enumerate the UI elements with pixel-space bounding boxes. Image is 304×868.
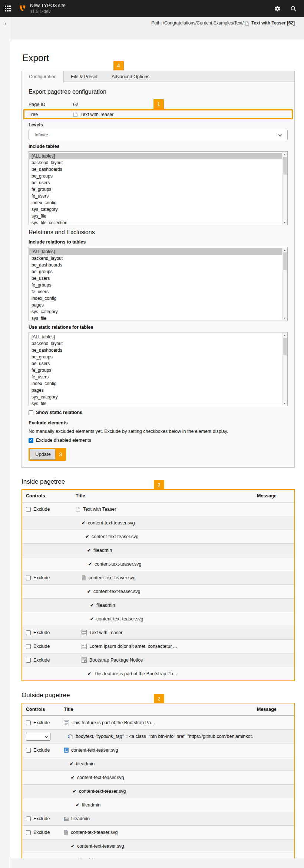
table-option[interactable]: sys_category: [29, 308, 282, 315]
table-option[interactable]: be_users: [29, 275, 282, 282]
levels-selected-value: Infinite: [34, 132, 48, 138]
config-heading: Export pagetree configuration: [29, 89, 288, 95]
exclude-checkbox[interactable]: [26, 748, 31, 753]
module-menu-button[interactable]: [0, 0, 16, 17]
row-title: : <a class="btn btn-info" href="https://…: [126, 734, 253, 739]
scroll-up-icon[interactable]: ▲: [282, 152, 287, 156]
check-icon: ✔: [88, 561, 92, 567]
table-option[interactable]: fe_groups: [29, 367, 282, 374]
title-cell: ✔content-text-teaser.svg: [72, 534, 253, 539]
table-option[interactable]: sys_file_collection: [29, 219, 282, 225]
scrollbar-thumb[interactable]: [283, 252, 287, 270]
settings-gear-icon[interactable]: [274, 6, 281, 12]
table-option[interactable]: be_groups: [29, 268, 282, 275]
site-version: 11.5.1-dev: [30, 9, 66, 14]
static-relations-listbox[interactable]: [ALL tables]backend_layoutbe_dashboardsb…: [29, 332, 288, 406]
page-bottom-strip: [0, 858, 304, 868]
scrollbar-thumb[interactable]: [283, 338, 287, 355]
table-row: ✔fileadmin: [22, 798, 294, 812]
exclude-checkbox[interactable]: [26, 830, 31, 835]
exclude-checkbox[interactable]: [26, 658, 31, 663]
softref-icon: [67, 734, 73, 739]
table-option[interactable]: pages: [29, 387, 282, 394]
exclude-checkbox[interactable]: [26, 576, 31, 580]
scroll-down-icon[interactable]: ▼: [282, 401, 287, 405]
table-option[interactable]: fe_users: [29, 193, 282, 199]
exclude-checkbox[interactable]: [26, 630, 31, 635]
chevron-right-icon[interactable]: ›: [0, 20, 11, 26]
table-option[interactable]: be_dashboards: [29, 262, 282, 268]
check-icon: ✔: [82, 520, 85, 526]
table-option[interactable]: pages: [29, 302, 282, 308]
scrollbar-thumb[interactable]: [283, 157, 287, 175]
page-title: Export: [22, 39, 295, 63]
table-option[interactable]: sys_file: [29, 213, 282, 219]
breadcrumb-path: Path: /Congratulations/Content Examples/…: [151, 20, 244, 26]
listbox-scrollbar[interactable]: ▲▼: [282, 152, 287, 225]
table-option[interactable]: [ALL tables]: [29, 334, 282, 340]
table-row: ✔content-text-teaser.svg: [22, 530, 294, 543]
table-option[interactable]: index_config: [29, 199, 282, 206]
listbox-scrollbar[interactable]: ▲▼: [282, 248, 287, 320]
scroll-down-icon[interactable]: ▼: [282, 220, 287, 225]
annotation-badge-3: 3: [55, 448, 66, 461]
ce-textpic-icon: [82, 644, 87, 649]
tab-file-preset[interactable]: File & Preset: [64, 71, 105, 82]
search-icon[interactable]: [290, 6, 297, 12]
include-tables-listbox[interactable]: [ALL tables]backend_layoutbe_dashboardsb…: [29, 151, 288, 225]
softref-action-select[interactable]: [26, 733, 50, 741]
column-header-message: Message: [253, 493, 294, 498]
table-option[interactable]: sys_category: [29, 394, 282, 400]
table-option[interactable]: index_config: [29, 380, 282, 387]
table-option[interactable]: sys_category: [29, 206, 282, 213]
table-option[interactable]: fe_users: [29, 288, 282, 295]
table-option[interactable]: fe_users: [29, 374, 282, 380]
exclude-checkbox[interactable]: [26, 507, 31, 512]
scroll-up-icon[interactable]: ▲: [282, 333, 287, 337]
table-option[interactable]: [ALL tables]: [29, 248, 282, 255]
exclude-disabled-checkbox[interactable]: [29, 438, 33, 443]
page-icon: [73, 112, 78, 117]
tab-configuration[interactable]: Configuration: [22, 71, 64, 82]
table-option[interactable]: be_users: [29, 360, 282, 367]
title-cell: ✔fileadmin: [60, 761, 253, 766]
page-id-value: 62: [73, 102, 288, 107]
table-option[interactable]: be_dashboards: [29, 347, 282, 354]
table-option[interactable]: fe_groups: [29, 282, 282, 288]
exclude-label: Exclude: [33, 630, 50, 635]
show-static-relations-checkbox[interactable]: [29, 410, 33, 415]
table-option[interactable]: index_config: [29, 295, 282, 302]
exclude-checkbox[interactable]: [26, 644, 31, 649]
table-option[interactable]: be_dashboards: [29, 166, 282, 173]
exclude-label: Exclude: [33, 748, 50, 753]
table-option[interactable]: fe_groups: [29, 186, 282, 193]
exclude-label: Exclude: [33, 644, 50, 649]
table-option[interactable]: sys_file: [29, 315, 282, 321]
levels-select[interactable]: Infinite: [29, 130, 288, 140]
outside-pagetree-table: 2 ControlsTitleMessageExcludeThis featur…: [22, 703, 295, 868]
ce-text-icon: [82, 630, 87, 635]
scroll-down-icon[interactable]: ▼: [282, 316, 287, 320]
update-button[interactable]: Update: [30, 449, 56, 460]
row-title: This feature is part of the Bootstrap Pa…: [72, 720, 155, 725]
tab-advanced-options[interactable]: Advanced Options: [105, 71, 156, 82]
exclude-checkbox[interactable]: [26, 816, 31, 821]
table-option[interactable]: backend_layout: [29, 159, 282, 166]
check-icon: ✔: [87, 548, 91, 553]
row-title: Lorem ipsum dolor sit amet, consectetur …: [89, 644, 177, 649]
table-option[interactable]: sys_file: [29, 400, 282, 406]
include-relations-listbox[interactable]: [ALL tables]backend_layoutbe_dashboardsb…: [29, 247, 288, 321]
table-option[interactable]: backend_layout: [29, 340, 282, 347]
table-option[interactable]: [ALL tables]: [29, 153, 282, 159]
listbox-scrollbar[interactable]: ▲▼: [282, 333, 287, 405]
controls-cell: Exclude: [22, 507, 72, 512]
scroll-up-icon[interactable]: ▲: [282, 248, 287, 252]
table-option[interactable]: be_groups: [29, 354, 282, 360]
table-option[interactable]: backend_layout: [29, 255, 282, 262]
inside-pagetree-table: 2 ControlsTitleMessageExcludeText with T…: [22, 489, 295, 681]
exclude-checkbox[interactable]: [26, 720, 31, 725]
title-cell: ✔content-text-teaser.svg: [60, 775, 253, 780]
table-option[interactable]: be_groups: [29, 173, 282, 179]
table-option[interactable]: be_users: [29, 179, 282, 186]
table-row: ✔content-text-teaser.svg: [22, 612, 294, 626]
